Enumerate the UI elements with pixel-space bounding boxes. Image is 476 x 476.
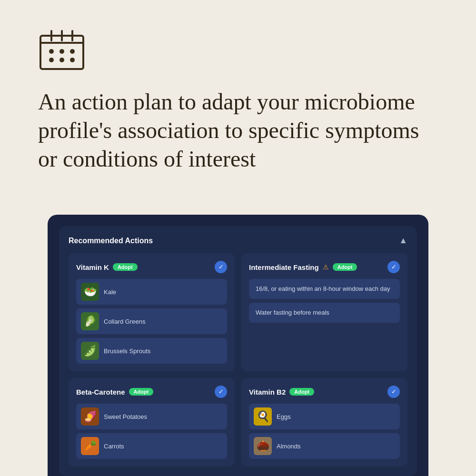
beta-carotene-check[interactable]: ✓: [215, 386, 227, 398]
fasting-check[interactable]: ✓: [387, 261, 400, 273]
collapse-button[interactable]: ▲: [399, 236, 407, 246]
vitamin-b2-header: Vitamin B2 Adopt ✓: [249, 386, 400, 398]
sweet-potatoes-label: Sweet Potatoes: [104, 413, 147, 420]
brussels-sprouts-item: 🫛 Brussels Sprouts: [76, 338, 227, 364]
svg-point-10: [70, 58, 75, 62]
svg-point-6: [60, 49, 64, 54]
fasting-card: Intermediate Fasting ⚠ Adopt ✓ 16/8, or …: [241, 253, 407, 371]
top-section: An action plan to adapt your microbiome …: [0, 0, 476, 192]
vitamin-b2-check[interactable]: ✓: [387, 386, 400, 398]
collard-thumb: 🥬: [81, 312, 99, 330]
card-title-row: Vitamin K Adopt: [76, 263, 138, 271]
vitamin-b2-title: Vitamin B2: [249, 388, 286, 396]
fasting-text-1: 16/8, or eating within an 8-hour window …: [256, 285, 390, 292]
sweet-potatoes-item: 🍠 Sweet Potatoes: [76, 404, 227, 429]
svg-point-9: [60, 58, 64, 62]
almonds-label: Almonds: [277, 443, 301, 450]
svg-point-5: [49, 49, 54, 54]
calendar-icon: [38, 29, 86, 71]
panel-title: Recommended Actions: [69, 237, 153, 245]
warning-icon: ⚠: [323, 263, 329, 271]
panel-header: Recommended Actions ▲: [69, 236, 407, 246]
fasting-card-header: Intermediate Fasting ⚠ Adopt ✓: [249, 261, 400, 273]
eggs-thumb: 🍳: [254, 407, 272, 426]
fasting-item-2: Water fasting before meals: [249, 303, 400, 323]
almonds-item: 🌰 Almonds: [249, 433, 400, 459]
device-mockup: Recommended Actions ▲ Vitamin K Adopt ✓ …: [48, 215, 428, 476]
beta-carotene-badge[interactable]: Adopt: [129, 388, 154, 396]
fasting-item-1: 16/8, or eating within an 8-hour window …: [249, 279, 400, 299]
sweet-potato-thumb: 🍠: [81, 407, 99, 426]
carrots-thumb: 🥕: [81, 437, 99, 455]
vitamin-k-card: Vitamin K Adopt ✓ 🥗 Kale 🥬 Collard Green…: [69, 253, 235, 371]
vitamin-b2-badge[interactable]: Adopt: [289, 388, 314, 396]
carrots-label: Carrots: [104, 443, 124, 450]
svg-point-8: [49, 58, 54, 62]
vitamin-b2-card: Vitamin B2 Adopt ✓ 🍳 Eggs 🌰 Almonds: [241, 378, 407, 466]
beta-carotene-header: Beta-Carotene Adopt ✓: [76, 386, 227, 398]
brussels-thumb: 🫛: [81, 342, 99, 360]
fasting-title-row: Intermediate Fasting ⚠ Adopt: [249, 263, 357, 271]
collard-greens-label: Collard Greens: [104, 318, 145, 325]
almonds-thumb: 🌰: [254, 437, 272, 455]
eggs-item: 🍳 Eggs: [249, 404, 400, 429]
eggs-label: Eggs: [277, 413, 291, 420]
fasting-badge[interactable]: Adopt: [333, 263, 357, 271]
beta-carotene-card: Beta-Carotene Adopt ✓ 🍠 Sweet Potatoes 🥕…: [69, 378, 235, 466]
beta-carotene-title-row: Beta-Carotene Adopt: [76, 388, 153, 396]
fasting-title: Intermediate Fasting: [249, 263, 319, 271]
brussels-sprouts-label: Brussels Sprouts: [104, 347, 150, 355]
card-header: Vitamin K Adopt ✓: [76, 261, 227, 273]
beta-carotene-title: Beta-Carotene: [76, 388, 125, 396]
kale-thumb: 🥗: [81, 283, 99, 301]
collard-greens-item: 🥬 Collard Greens: [76, 308, 227, 334]
fasting-text-2: Water fasting before meals: [256, 309, 329, 316]
vitamin-b2-title-row: Vitamin B2 Adopt: [249, 388, 314, 396]
svg-point-7: [70, 49, 75, 54]
headline: An action plan to adapt your microbiome …: [38, 88, 438, 173]
carrots-item: 🥕 Carrots: [76, 433, 227, 459]
recommended-actions-panel: Recommended Actions ▲ Vitamin K Adopt ✓ …: [59, 226, 417, 476]
vitamin-k-check[interactable]: ✓: [215, 261, 227, 273]
vitamin-k-badge[interactable]: Adopt: [113, 263, 138, 271]
cards-grid: Vitamin K Adopt ✓ 🥗 Kale 🥬 Collard Green…: [69, 253, 407, 466]
kale-item: 🥗 Kale: [76, 279, 227, 305]
kale-label: Kale: [104, 288, 116, 296]
vitamin-k-title: Vitamin K: [76, 263, 109, 271]
